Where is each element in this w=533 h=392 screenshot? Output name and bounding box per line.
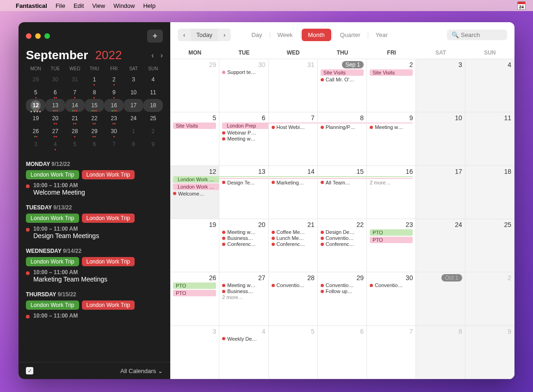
calendar-cell[interactable]: 30Support te… (219, 59, 268, 112)
mini-cal-day[interactable]: 4 (45, 138, 65, 151)
calendars-checkbox[interactable]: ✓ (26, 367, 33, 374)
calendar-cell[interactable]: 13Design Te… (219, 166, 268, 219)
event-bar[interactable] (269, 176, 318, 177)
agenda-pill[interactable]: London Work Trip (26, 300, 79, 310)
event-item[interactable]: Conferenc… (222, 241, 265, 247)
mini-cal-day[interactable]: 29 (85, 125, 104, 138)
event-item[interactable]: Weekly De… (222, 336, 265, 342)
event-bar[interactable]: London Work Trip (173, 176, 219, 183)
menu-help[interactable]: Help (143, 2, 155, 9)
event-bar[interactable]: PTO (370, 229, 413, 236)
menu-view[interactable]: View (92, 2, 105, 9)
event-item[interactable]: All Team… (321, 180, 364, 185)
agenda-event[interactable]: 10:00 – 11:00 AMDesign Team Meetings (26, 226, 163, 239)
mini-cal-day[interactable]: 6 (45, 86, 65, 99)
view-month[interactable]: Month (302, 29, 331, 41)
mini-cal-day[interactable]: 7 (104, 138, 124, 151)
mini-cal-day[interactable]: 3 (26, 138, 45, 151)
mini-cal-day[interactable]: 9 (143, 138, 163, 151)
mini-cal-day[interactable]: 4 (143, 73, 163, 86)
calendar-cell[interactable]: 6 (318, 326, 367, 379)
calendar-cell[interactable]: 27Meeting w…Business…2 more… (219, 272, 268, 325)
event-item[interactable]: Webinar P… (222, 130, 265, 135)
calendar-cell[interactable]: 25 (465, 219, 514, 272)
mini-cal-day[interactable]: 1 (124, 125, 143, 138)
mini-cal-day[interactable]: 30 (104, 125, 124, 138)
menu-window[interactable]: Window (113, 2, 135, 9)
calendar-cell[interactable]: Oct 1 (416, 272, 465, 325)
calendar-cell[interactable]: 9Meeting w… (367, 112, 416, 165)
agenda-event[interactable]: 10:00 – 11:00 AM (26, 312, 163, 319)
agenda-pill[interactable]: London Work Trip (82, 170, 135, 179)
calendar-cell[interactable]: 5Site Visits (170, 112, 219, 165)
mini-cal-day[interactable]: 29 (26, 73, 45, 86)
event-bar[interactable] (318, 176, 367, 177)
menu-edit[interactable]: Edit (74, 2, 84, 9)
mini-cal-day[interactable]: 27 (45, 125, 65, 138)
all-calendars-selector[interactable]: All Calendars ⌄ (120, 368, 163, 374)
agenda-event[interactable]: 10:00 – 11:00 AMMarketing Team Meetings (26, 269, 163, 283)
mini-cal-day[interactable]: 10 (124, 86, 143, 99)
calendar-cell[interactable]: 19 (170, 219, 219, 272)
calendar-cell[interactable]: 31 (269, 59, 318, 112)
calendar-cell[interactable]: 23PTOPTO (367, 219, 416, 272)
mini-cal-day[interactable]: 13 (45, 99, 65, 112)
event-item[interactable]: Business… (222, 235, 265, 241)
calendar-cell[interactable]: 30Conventio… (367, 272, 416, 325)
event-item[interactable]: Lunch Me… (272, 235, 315, 241)
event-item[interactable]: Welcome… (173, 191, 216, 196)
event-item[interactable]: Conventio… (272, 282, 315, 288)
view-day[interactable]: Day (245, 29, 268, 41)
calendar-cell[interactable]: 4Weekly De… (219, 326, 268, 379)
app-name[interactable]: Fantastical (16, 2, 47, 9)
mini-cal-day[interactable]: 8 (124, 138, 143, 151)
calendar-cell[interactable]: 29 (170, 59, 219, 112)
mini-cal-day[interactable]: 18 (143, 99, 163, 112)
event-bar[interactable]: Site Visits (173, 122, 216, 129)
event-item[interactable]: Design Te… (222, 180, 265, 185)
calendar-cell[interactable]: 28Conventio… (269, 272, 318, 325)
calendar-cell[interactable]: Sep 1Site VisitsCall Mr. O'… (318, 59, 367, 112)
calendar-cell[interactable]: 6London PrepWebinar P…Meeting w… (219, 112, 268, 165)
event-item[interactable]: Design De… (321, 229, 364, 235)
mini-cal-day[interactable]: 3 (124, 73, 143, 86)
agenda-pill[interactable]: London Work Trip (82, 300, 135, 310)
event-bar[interactable]: PTO (173, 290, 216, 296)
calendar-cell[interactable]: 18 (465, 166, 514, 219)
mini-cal-day[interactable]: 22 (85, 112, 104, 125)
event-item[interactable]: Coffee Me… (272, 229, 315, 235)
event-item[interactable]: Planning/P… (321, 124, 364, 130)
mini-cal-day[interactable]: 7 (65, 86, 85, 99)
event-item[interactable]: Conferenc… (272, 241, 315, 247)
mini-cal-day[interactable]: 17 (124, 99, 143, 112)
calendar-cell[interactable]: 7Host Webi… (269, 112, 318, 165)
calendar-cell[interactable]: 12London Work TripLondon Work TripWelcom… (170, 166, 219, 219)
calendar-cell[interactable]: 3 (416, 59, 465, 112)
calendar-cell[interactable]: 26PTOPTO (170, 272, 219, 325)
mini-cal-day[interactable]: 15 (85, 99, 104, 112)
fullscreen-button[interactable] (44, 33, 50, 39)
calendar-cell[interactable]: 15All Team… (318, 166, 367, 219)
prev-month-button[interactable]: ‹ (151, 51, 154, 60)
today-button[interactable]: Today (191, 29, 218, 41)
calendar-cell[interactable]: 17 (416, 166, 465, 219)
calendar-cell[interactable]: 29Conventio…Follow up… (318, 272, 367, 325)
agenda-pill[interactable]: London Work Trip (26, 257, 79, 266)
mini-cal-day[interactable]: 26 (26, 125, 45, 138)
calendar-cell[interactable]: 8Planning/P… (318, 112, 367, 165)
calendar-cell[interactable]: 11 (465, 112, 514, 165)
calendar-cell[interactable]: 24 (416, 219, 465, 272)
agenda-pill[interactable]: London Work Trip (26, 170, 79, 179)
mini-cal-day[interactable]: 5 (26, 86, 45, 99)
event-item[interactable]: Meeting w… (222, 229, 265, 235)
more-events[interactable]: 2 more… (222, 294, 265, 300)
event-item[interactable]: Meeting w… (222, 282, 265, 288)
prev-button[interactable]: ‹ (178, 29, 191, 41)
calendar-cell[interactable]: 3 (170, 326, 219, 379)
event-item[interactable]: Meeting w… (370, 124, 413, 130)
calendar-cell[interactable]: 162 more… (367, 166, 416, 219)
event-bar[interactable]: Site Visits (370, 69, 413, 76)
event-item[interactable]: Conventio… (370, 282, 413, 288)
calendar-cell[interactable]: 5 (269, 326, 318, 379)
calendar-cell[interactable]: 2 (465, 272, 514, 325)
